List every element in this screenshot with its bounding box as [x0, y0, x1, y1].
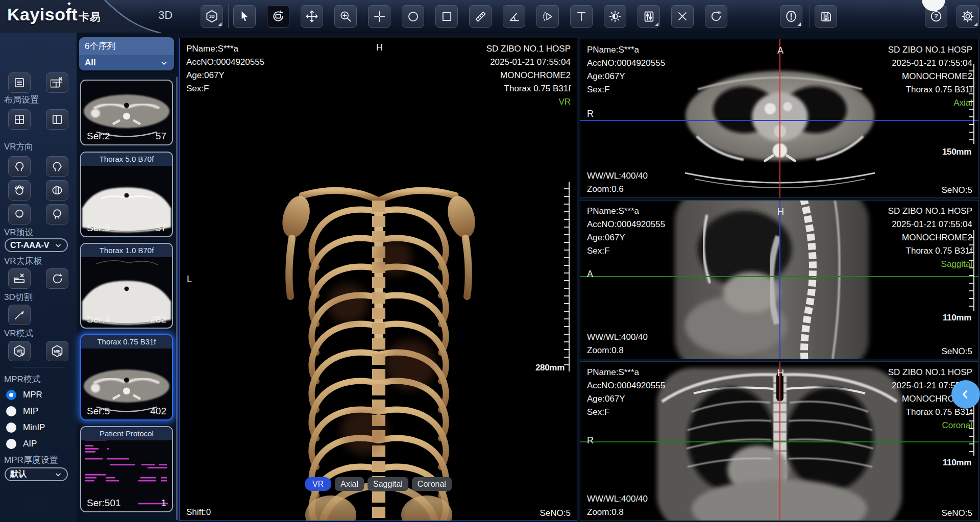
dropdown-corner: [218, 22, 222, 26]
axial-viewport[interactable]: PName:S***a AccNO:0004920555 Age:067Y Se…: [580, 39, 979, 198]
coronal-view-button[interactable]: Coronal: [412, 477, 452, 491]
axial-view-button[interactable]: Axial: [335, 477, 364, 491]
series-title: Thorax 0.75 B31f: [81, 335, 172, 349]
window-level-tool-button[interactable]: [638, 5, 660, 28]
patient-accno: AccNO:0004920555: [587, 57, 665, 70]
series-thumbnail-ser4[interactable]: Thorax 1.0 B70f Ser:4 282: [80, 243, 173, 329]
reset-tool-button[interactable]: [705, 5, 727, 28]
save-button[interactable]: [815, 5, 837, 28]
radio-label: MIP: [23, 406, 38, 416]
collapse-panel-button[interactable]: [951, 380, 980, 409]
orientation-marker-left: L: [187, 274, 192, 285]
photometric: MONOCHROME2: [486, 69, 571, 82]
study-info-overlay: SD ZIBO NO.1 HOSP 2025-01-21 07:55:04 MO…: [888, 205, 972, 271]
series-thumbnail-ser3[interactable]: Thorax 5.0 B70f Ser:3 57: [80, 152, 173, 237]
divider: [13, 135, 64, 135]
close-layout-button[interactable]: [46, 72, 68, 93]
rectangle-tool-button[interactable]: [435, 5, 458, 28]
aip-radio-option[interactable]: AIP: [6, 439, 37, 449]
crosshair-tool-button[interactable]: [368, 5, 390, 28]
brightness-tool-button[interactable]: [604, 5, 626, 28]
patient-info-overlay: PName:S***a AccNO:0004920555 Age:067Y Se…: [587, 205, 665, 258]
text-tool-button[interactable]: [570, 5, 593, 28]
svg-text:?: ?: [934, 12, 938, 20]
mpr-radio-option[interactable]: MPR: [6, 390, 42, 400]
patient-info-overlay: PName:S***a AccNO:0004920555 Age:067Y Se…: [587, 43, 665, 96]
series-filter-select[interactable]: All: [79, 55, 174, 70]
dropdown-corner: [974, 22, 977, 26]
radio-icon: [6, 439, 16, 449]
patient-name: PName:S***a: [587, 205, 665, 218]
scale-label: 110mm: [943, 458, 971, 468]
patient-name: PName:S***a: [587, 366, 665, 379]
series-title: Thorax 5.0 B70f: [81, 153, 172, 166]
divider: [13, 367, 64, 367]
vr-view-button[interactable]: VR: [305, 477, 331, 491]
minip-radio-option[interactable]: MinIP: [6, 422, 45, 433]
mip-radio-option[interactable]: MIP: [6, 406, 38, 416]
logo-sparkle-icon: ✦: [66, 0, 72, 8]
zoom-tool-button[interactable]: [334, 5, 357, 28]
zoom-value: Zoom:0.8: [587, 344, 648, 357]
image-count: 282: [150, 314, 166, 325]
vr-head-right-button[interactable]: [46, 156, 68, 177]
study-datetime: 2025-01-21 07:55:04: [888, 57, 972, 70]
split-layout-button[interactable]: [46, 109, 68, 130]
view-switch-buttons: VR Axial Saggital Coronal: [305, 477, 452, 491]
ellipse-tool-button[interactable]: [402, 5, 424, 28]
view-type-label: VR: [486, 95, 571, 109]
saggital-view-button[interactable]: Saggital: [368, 477, 408, 491]
series-scrollbar[interactable]: [176, 77, 178, 520]
coronal-reference-line-vertical[interactable]: [779, 362, 780, 520]
series-thumbnail-ser5-selected[interactable]: Thorax 0.75 B31f Ser:5 402: [80, 334, 173, 420]
vr-head-anterior-button[interactable]: [8, 204, 31, 225]
wwwl-value: WW/WL:400/40: [587, 169, 648, 183]
pointer-tool-button[interactable]: [233, 5, 256, 28]
series-thumbnail-ser2[interactable]: Ser:2 57: [80, 80, 173, 145]
info-tool-button[interactable]: [780, 5, 802, 28]
vr-head-superior-button[interactable]: [8, 180, 31, 201]
vr-head-posterior-button[interactable]: [46, 204, 68, 225]
pan-tool-button[interactable]: [301, 5, 323, 28]
patient-age: Age:067Y: [587, 231, 665, 244]
settings-button[interactable]: [957, 5, 979, 28]
study-datetime: 2025-01-21 07:55:04: [888, 218, 972, 231]
remove-bed-button[interactable]: [8, 268, 31, 289]
window-level-zoom: WW/WL:400/40 Zoom:0.6: [587, 169, 648, 196]
coronal-viewport[interactable]: PName:S***a AccNO:0004920555 Age:067Y Se…: [580, 361, 979, 521]
cobb-angle-tool-button[interactable]: [536, 5, 559, 28]
series-number: Ser:3: [87, 222, 110, 234]
patient-accno: AccNO:0004920555: [587, 379, 665, 392]
toolbar-separator: [810, 4, 810, 28]
vr-render-button[interactable]: VR: [8, 341, 31, 361]
vr-preset-select[interactable]: CT-AAA-V: [5, 238, 68, 252]
grid-layout-button[interactable]: [8, 109, 31, 130]
volume-3d-tool-button[interactable]: 3D: [201, 5, 223, 28]
series-list-layout-button[interactable]: [8, 72, 31, 93]
series-thumbnail-ser501[interactable]: Patient Protocol Ser:501 1: [80, 426, 173, 512]
series-number: Ser:501: [87, 498, 121, 509]
angle-tool-button[interactable]: [503, 5, 525, 28]
vr-head-inferior-button[interactable]: [46, 180, 68, 201]
study-info-overlay: SD ZIBO NO.1 HOSP 2025-01-21 07:55:04 MO…: [888, 43, 972, 110]
vr-head-left-button[interactable]: [8, 156, 31, 177]
rotate-3d-tool-button[interactable]: [267, 5, 289, 28]
axial-reference-line-vertical[interactable]: [779, 39, 780, 197]
orientation-marker-top: H: [376, 42, 383, 53]
mip-render-button[interactable]: MIP: [46, 341, 68, 361]
mpr-thickness-select[interactable]: 默认: [5, 467, 68, 481]
series-description: Thorax 0.75 B31f: [888, 244, 972, 258]
ruler-tool-button[interactable]: [469, 5, 492, 28]
reset-bed-button[interactable]: [46, 268, 68, 289]
patient-info-overlay: PName:S***a AccNO:0004920555 Age:067Y Se…: [186, 42, 264, 95]
series-filter-value: All: [85, 58, 96, 68]
cut-3d-label: 3D切割: [4, 291, 33, 303]
clear-tool-button[interactable]: [671, 5, 694, 28]
scale-label: 150mm: [942, 147, 971, 157]
orientation-marker-top: H: [777, 207, 784, 217]
vr-viewport[interactable]: PName:S***a AccNO:0004920555 Age:067Y Se…: [179, 38, 577, 521]
saggital-viewport[interactable]: PName:S***a AccNO:0004920555 Age:067Y Se…: [580, 200, 979, 359]
saggital-reference-line-vertical[interactable]: [779, 201, 780, 359]
cut-scalpel-button[interactable]: [8, 305, 31, 325]
mode-label: 3D: [158, 9, 173, 22]
